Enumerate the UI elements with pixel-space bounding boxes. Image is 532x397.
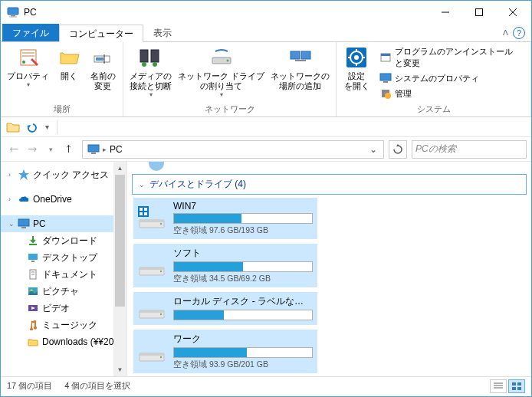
window-title: PC — [24, 7, 429, 18]
settings-icon — [344, 45, 369, 70]
svg-point-23 — [354, 55, 359, 60]
sidebar-item-documents[interactable]: ドキュメント — [1, 266, 126, 283]
drive-item[interactable]: ローカル ディスク - ラベルなしのボリューム 1 — [133, 292, 317, 325]
collapse-icon[interactable]: ⌄ — [8, 220, 18, 228]
close-button[interactable] — [496, 2, 530, 23]
recent-dropdown[interactable]: ▾ — [42, 141, 59, 158]
drive-item[interactable]: WIN7空き領域 97.6 GB/193 GB — [133, 198, 317, 239]
drive-icon — [138, 254, 166, 278]
chevron-down-icon: ⌄ — [139, 181, 145, 189]
svg-point-61 — [160, 313, 162, 314]
sidebar-item-downloads[interactable]: ダウンロード — [1, 232, 126, 249]
group-label-places: 場所 — [4, 102, 120, 116]
tab-view[interactable]: 表示 — [143, 24, 182, 41]
breadcrumb-pc[interactable]: PC — [107, 144, 126, 155]
manage-button[interactable]: 管理 — [378, 87, 523, 100]
scroll-up-button[interactable]: ▲ — [113, 162, 126, 175]
ribbon-tabs: ファイル コンピューター 表示 ᐱ ? — [1, 24, 531, 42]
svg-rect-10 — [96, 57, 103, 61]
svg-rect-50 — [144, 208, 147, 211]
svg-point-14 — [142, 62, 146, 67]
ribbon: プロパティ ▾ 開く 名前の 変更 場所 メディアの 接続と切断 ▾ ネットワ — [1, 42, 531, 117]
sidebar-item-pictures[interactable]: ピクチャ — [1, 283, 126, 300]
svg-rect-13 — [151, 50, 159, 62]
scroll-down-button[interactable]: ▼ — [113, 363, 126, 376]
drive-name: ワーク — [173, 333, 311, 346]
help-icon[interactable]: ? — [513, 27, 525, 39]
monitor-icon — [379, 72, 392, 84]
drive-name: WIN7 — [173, 201, 311, 212]
sidebar-item-desktop[interactable]: デスクトップ — [1, 249, 126, 266]
drives-list: WIN7空き領域 97.6 GB/193 GBソフト空き領域 34.5 GB/6… — [127, 198, 531, 373]
svg-point-64 — [160, 356, 162, 357]
sidebar-item-onedrive[interactable]: › OneDrive — [1, 191, 126, 208]
tab-computer[interactable]: コンピューター — [59, 25, 143, 42]
titlebar: PC — [1, 1, 531, 24]
add-location-button[interactable]: ネットワークの 場所の追加 — [268, 44, 333, 93]
group-label-network: ネットワーク — [126, 102, 333, 116]
svg-rect-18 — [291, 51, 300, 59]
videos-icon — [27, 302, 39, 314]
rename-button[interactable]: 名前の 変更 — [86, 44, 120, 93]
tiles-view-button[interactable] — [508, 379, 525, 393]
scroll-thumb[interactable] — [115, 175, 125, 307]
qat-dropdown[interactable]: ▾ — [42, 123, 52, 131]
maximize-button[interactable] — [462, 2, 496, 23]
uninstall-button[interactable]: プログラムのアンインストールと変更 — [378, 45, 523, 70]
manage-icon — [379, 87, 392, 100]
sidebar-scrollbar[interactable]: ▲ ▼ — [113, 162, 126, 376]
drive-icon — [138, 206, 166, 231]
back-button[interactable]: 🡐 — [5, 141, 22, 158]
drive-name: ソフト — [173, 247, 311, 260]
drive-item[interactable]: ソフト空き領域 34.5 GB/69.2 GB — [133, 244, 317, 287]
search-input[interactable]: PCの検索 — [412, 140, 527, 159]
sidebar-item-downloads-network[interactable]: Downloads (¥¥20 — [1, 333, 126, 350]
partial-folders-row — [127, 162, 531, 172]
svg-rect-57 — [140, 267, 164, 270]
system-properties-button[interactable]: システムのプロパティ — [378, 71, 523, 85]
map-drive-icon — [209, 45, 234, 70]
tab-file[interactable]: ファイル — [2, 24, 59, 41]
expand-icon[interactable]: › — [8, 171, 18, 179]
forward-button[interactable]: 🡒 — [24, 141, 41, 158]
capacity-bar — [173, 213, 313, 224]
dropdown-icon: ▾ — [149, 91, 153, 98]
onedrive-icon — [18, 193, 30, 205]
map-drive-button[interactable]: ネットワーク ドライブ の割り当て ▾ — [175, 44, 268, 100]
devices-group-header[interactable]: ⌄ デバイスとドライブ (4) — [132, 174, 527, 195]
svg-rect-36 — [18, 219, 29, 226]
up-button[interactable]: 🡑 — [61, 141, 77, 158]
minimize-button[interactable] — [429, 2, 462, 23]
sidebar-item-music[interactable]: ミュージック — [1, 317, 126, 333]
sidebar-item-videos[interactable]: ビデオ — [1, 300, 126, 317]
expand-icon[interactable]: › — [8, 195, 18, 203]
drive-info: ローカル ディスク - ラベルなしのボリューム 1 — [173, 295, 313, 322]
refresh-button[interactable] — [389, 140, 407, 159]
pc-icon — [18, 218, 30, 230]
open-button[interactable]: 開く — [52, 44, 86, 83]
content-area: › クイック アクセス › OneDrive ⌄ PC ダウンロード デスクトッ… — [1, 162, 531, 376]
folder-icon — [27, 336, 39, 348]
details-view-button[interactable] — [490, 379, 507, 393]
folder-icon[interactable] — [5, 120, 21, 135]
address-dropdown[interactable]: ⌄ — [365, 144, 382, 155]
collapse-ribbon-icon[interactable]: ᐱ — [503, 28, 508, 37]
svg-rect-29 — [381, 54, 390, 56]
address-bar[interactable]: ▸ PC ⌄ — [82, 140, 384, 159]
open-settings-button[interactable]: 設定 を開く — [340, 44, 373, 93]
svg-rect-34 — [88, 145, 99, 152]
downloads-icon — [27, 235, 39, 247]
svg-rect-49 — [140, 208, 143, 211]
media-connect-button[interactable]: メディアの 接続と切断 ▾ — [126, 44, 175, 100]
svg-rect-2 — [9, 17, 17, 18]
sidebar-item-quick-access[interactable]: › クイック アクセス — [1, 166, 126, 183]
folder-open-icon — [57, 45, 81, 70]
properties-button[interactable]: プロパティ ▾ — [4, 44, 52, 90]
drive-item[interactable]: ワーク空き領域 93.9 GB/201 GB — [133, 330, 317, 373]
music-icon — [27, 319, 39, 331]
sidebar-item-pc[interactable]: ⌄ PC — [1, 215, 126, 232]
desktop-icon — [27, 251, 39, 264]
svg-rect-19 — [301, 51, 310, 59]
separator — [57, 120, 57, 134]
undo-button[interactable] — [24, 120, 39, 135]
